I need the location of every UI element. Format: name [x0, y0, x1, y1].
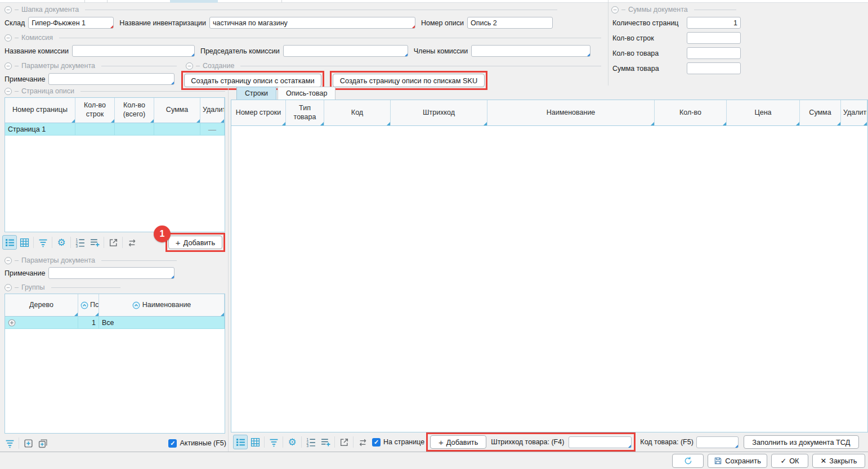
warehouse-input[interactable]: Гипер-Фьюжен 1 — [28, 17, 114, 29]
column-header-sum[interactable]: Сумма — [154, 98, 200, 123]
expand-plus-icon[interactable] — [8, 319, 16, 327]
create-page-sku-button[interactable]: Создать страницу описи по спискам SKU — [333, 74, 485, 87]
goods-count-input[interactable] — [687, 47, 741, 59]
filter-button[interactable] — [2, 436, 17, 450]
goods-sum-input[interactable] — [687, 62, 741, 74]
column-header-name[interactable]: Наименование — [487, 100, 655, 126]
refresh-button[interactable] — [672, 454, 704, 468]
reload-rows-button[interactable] — [124, 235, 139, 250]
goods-sum-label: Сумма товара — [612, 65, 687, 73]
highlight-add-line: + Добавить Штрихкод товара: (F4) — [426, 432, 636, 452]
add-line-button[interactable]: + Добавить — [430, 435, 486, 449]
column-header-tree[interactable]: Дерево — [5, 294, 78, 317]
page-note-input[interactable] — [48, 267, 175, 279]
section-header-pages: − – Страница описи — [0, 87, 227, 95]
delete-dash-icon[interactable]: — — [208, 125, 216, 134]
grid-view-button[interactable] — [17, 235, 32, 250]
commission-members-input[interactable] — [471, 45, 590, 57]
page-row-selected[interactable]: Страница 1 — — [5, 123, 225, 136]
column-header-qty[interactable]: Кол-во — [655, 100, 727, 126]
save-button[interactable]: Сохранить — [708, 454, 767, 468]
collapse-icon[interactable]: − — [5, 257, 12, 264]
page-name-cell: Страница 1 — [5, 123, 75, 135]
vertical-divider — [608, 0, 609, 85]
code-input[interactable] — [696, 436, 739, 448]
column-header-page-number[interactable]: Номер страницы — [5, 98, 75, 123]
settings-gear-button[interactable]: ⚙ — [54, 235, 69, 250]
section-header-creation: − – Создание — [181, 62, 606, 70]
commission-name-input[interactable] — [72, 45, 195, 57]
grid-view-button[interactable] — [248, 435, 262, 449]
expand-node-button[interactable] — [21, 436, 35, 450]
open-external-button[interactable] — [106, 235, 120, 250]
commission-chair-input[interactable] — [283, 45, 408, 57]
column-header-code[interactable]: Код — [324, 100, 391, 126]
column-header-delete[interactable]: Удалить — [200, 98, 225, 123]
list-number-input[interactable]: Опись 2 — [467, 17, 553, 29]
column-header-price[interactable]: Цена — [727, 100, 800, 126]
check-icon: ✓ — [780, 457, 786, 465]
rows-count-input[interactable] — [687, 32, 741, 44]
settings-gear-button[interactable]: ⚙ — [285, 435, 299, 449]
refresh-icon — [684, 457, 692, 465]
inventory-name-input[interactable]: частичная по магазину — [209, 17, 415, 29]
collapse-icon[interactable]: − — [5, 6, 12, 13]
column-header-pos[interactable]: Пс — [78, 294, 99, 317]
column-header-rows-count[interactable]: Кол-во строк — [75, 98, 115, 123]
column-header-line-number[interactable]: Номер строки — [231, 100, 286, 126]
highlight-add-page: + Добавить — [165, 233, 225, 252]
goods-count-label: Кол-во товара — [612, 49, 687, 57]
tab-inventory-goods[interactable]: Опись-товар — [278, 87, 335, 100]
open-external-button[interactable] — [337, 435, 351, 449]
fill-from-tsd-button[interactable]: Заполнить из документа ТСД — [744, 435, 859, 449]
column-header-total-count[interactable]: Кол-во (всего) — [115, 98, 154, 123]
collapse-icon[interactable]: − — [611, 6, 619, 13]
tab-lines[interactable]: Строки — [236, 87, 276, 100]
barcode-input[interactable] — [569, 436, 632, 448]
sums-panel: − – Суммы документа Количество страниц 1… — [611, 3, 741, 74]
expand-all-button[interactable] — [35, 436, 50, 450]
column-header-delete[interactable]: Удалить — [841, 100, 867, 126]
filter-button[interactable] — [266, 435, 281, 449]
delete-page-cell[interactable]: — — [200, 123, 225, 135]
pages-count-label: Количество страниц — [612, 19, 687, 27]
collapse-icon[interactable]: − — [5, 284, 12, 291]
section-title: Комиссия — [21, 34, 53, 42]
list-view-button[interactable] — [2, 235, 17, 250]
column-header-barcode[interactable]: Штрихкод — [391, 100, 487, 126]
pages-count-input[interactable]: 1 — [687, 17, 741, 29]
divider — [80, 91, 225, 92]
group-row-selected[interactable]: 1 Все — [5, 317, 225, 329]
create-page-rest-button[interactable]: Создать страницу описи с остатками — [184, 74, 321, 87]
numbered-list-button[interactable]: ​123 — [73, 235, 87, 250]
ok-button[interactable]: ✓ ОК — [771, 454, 808, 468]
column-header-name[interactable]: Наименование — [99, 294, 225, 317]
note-input[interactable] — [48, 73, 175, 85]
active-checkbox[interactable]: ✓ — [168, 439, 177, 448]
step-badge: 1 — [154, 226, 171, 242]
add-rows-list-button[interactable] — [318, 435, 333, 449]
list-view-button[interactable] — [233, 435, 248, 449]
close-button[interactable]: ✕ Закрыть — [812, 454, 865, 468]
panel-divider — [228, 86, 229, 452]
column-header-goods-type[interactable]: Тип товара — [286, 100, 324, 126]
lines-table: Номер строки Тип товара Код Штрихкод Наи… — [231, 100, 868, 432]
collapse-icon[interactable]: − — [186, 62, 193, 70]
section-header-groups: − – Группы — [0, 283, 227, 291]
collapse-icon[interactable]: − — [5, 62, 12, 70]
on-page-checkbox[interactable]: ✓ — [372, 438, 381, 447]
code-label: Код товара: (F5) — [640, 438, 693, 446]
filter-button[interactable] — [35, 235, 50, 250]
collapse-icon[interactable]: − — [5, 88, 12, 95]
divider — [240, 66, 601, 66]
add-rows-list-button[interactable] — [87, 235, 102, 250]
section-title: Шапка документа — [21, 6, 79, 13]
section-title: Создание — [203, 62, 234, 70]
collapse-icon[interactable]: − — [5, 34, 12, 42]
numbered-list-button[interactable]: 123 — [303, 435, 318, 449]
reload-rows-button[interactable] — [355, 435, 370, 449]
column-header-sum[interactable]: Сумма — [800, 100, 841, 126]
on-page-checkbox-label: На странице — [383, 438, 424, 446]
inventory-name-label: Название инвентаризации — [119, 19, 206, 27]
add-page-button[interactable]: + Добавить — [168, 236, 222, 249]
